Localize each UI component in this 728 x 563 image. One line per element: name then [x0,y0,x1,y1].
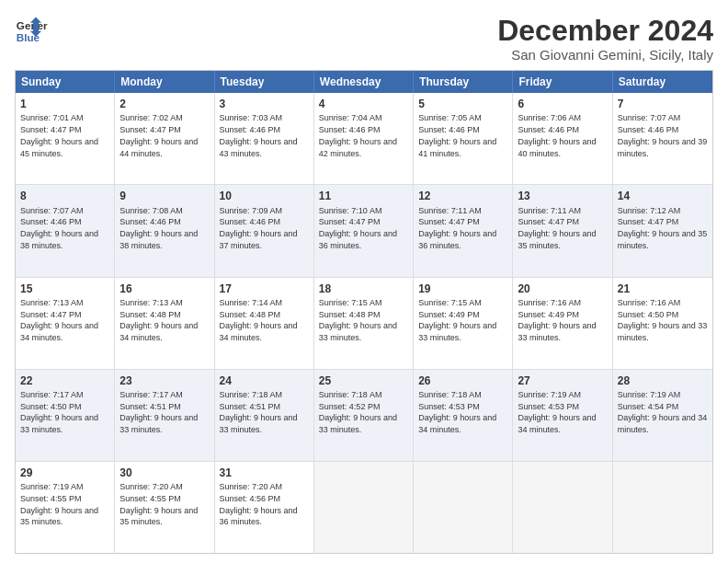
day-number: 30 [119,465,209,480]
cell-text: Sunrise: 7:10 AMSunset: 4:47 PMDaylight:… [319,206,397,250]
header-day: Monday [115,71,214,93]
calendar-row: 29Sunrise: 7:19 AMSunset: 4:55 PMDayligh… [16,462,712,553]
day-number: 2 [119,97,209,111]
header-day: Tuesday [215,71,314,93]
logo: General Blue [15,15,48,48]
logo-icon: General Blue [15,15,48,48]
day-cell: 12Sunrise: 7:11 AMSunset: 4:47 PMDayligh… [414,185,513,276]
day-cell: 13Sunrise: 7:11 AMSunset: 4:47 PMDayligh… [513,185,612,276]
day-cell: 30Sunrise: 7:20 AMSunset: 4:55 PMDayligh… [115,462,214,553]
day-number: 10 [220,189,309,203]
day-number: 27 [518,373,607,388]
cell-text: Sunrise: 7:06 AMSunset: 4:46 PMDaylight:… [518,113,596,157]
cell-text: Sunrise: 7:09 AMSunset: 4:46 PMDaylight:… [220,206,298,250]
day-cell: 2Sunrise: 7:02 AMSunset: 4:47 PMDaylight… [115,93,214,184]
subtitle: San Giovanni Gemini, Sicily, Italy [497,47,713,63]
cell-text: Sunrise: 7:18 AMSunset: 4:53 PMDaylight:… [418,390,496,434]
cell-text: Sunrise: 7:07 AMSunset: 4:46 PMDaylight:… [20,206,98,250]
day-number: 13 [518,189,607,203]
cell-text: Sunrise: 7:05 AMSunset: 4:46 PMDaylight:… [418,113,496,157]
cell-text: Sunrise: 7:12 AMSunset: 4:47 PMDaylight:… [618,206,708,250]
day-number: 20 [518,282,607,296]
empty-cell [513,462,612,553]
day-number: 31 [220,465,309,480]
day-number: 15 [20,282,109,296]
page: General Blue December 2024 San Giovanni … [0,0,728,563]
cell-text: Sunrise: 7:18 AMSunset: 4:52 PMDaylight:… [319,390,397,434]
day-cell: 3Sunrise: 7:03 AMSunset: 4:46 PMDaylight… [215,93,314,184]
header-day: Friday [513,71,612,93]
day-number: 22 [20,373,109,388]
day-number: 12 [418,189,507,203]
cell-text: Sunrise: 7:04 AMSunset: 4:46 PMDaylight:… [319,113,397,157]
day-cell: 7Sunrise: 7:07 AMSunset: 4:46 PMDaylight… [613,93,712,184]
cell-text: Sunrise: 7:08 AMSunset: 4:46 PMDaylight:… [119,206,198,250]
day-cell: 26Sunrise: 7:18 AMSunset: 4:53 PMDayligh… [414,370,513,461]
day-cell: 29Sunrise: 7:19 AMSunset: 4:55 PMDayligh… [16,462,115,553]
cell-text: Sunrise: 7:15 AMSunset: 4:48 PMDaylight:… [319,298,397,342]
day-cell: 15Sunrise: 7:13 AMSunset: 4:47 PMDayligh… [16,278,115,369]
cell-text: Sunrise: 7:02 AMSunset: 4:47 PMDaylight:… [119,113,198,157]
day-cell: 5Sunrise: 7:05 AMSunset: 4:46 PMDaylight… [414,93,513,184]
cell-text: Sunrise: 7:18 AMSunset: 4:51 PMDaylight:… [220,390,298,434]
cell-text: Sunrise: 7:07 AMSunset: 4:46 PMDaylight:… [618,113,708,157]
day-cell: 27Sunrise: 7:19 AMSunset: 4:53 PMDayligh… [513,370,612,461]
cell-text: Sunrise: 7:19 AMSunset: 4:53 PMDaylight:… [518,390,596,434]
day-number: 14 [618,189,708,203]
day-cell: 1Sunrise: 7:01 AMSunset: 4:47 PMDaylight… [16,93,115,184]
day-cell: 19Sunrise: 7:15 AMSunset: 4:49 PMDayligh… [414,278,513,369]
cell-text: Sunrise: 7:19 AMSunset: 4:54 PMDaylight:… [618,390,708,434]
cell-text: Sunrise: 7:16 AMSunset: 4:50 PMDaylight:… [618,298,708,342]
day-number: 6 [518,97,607,111]
cell-text: Sunrise: 7:20 AMSunset: 4:55 PMDaylight:… [119,482,198,526]
day-cell: 11Sunrise: 7:10 AMSunset: 4:47 PMDayligh… [314,185,414,276]
day-cell: 21Sunrise: 7:16 AMSunset: 4:50 PMDayligh… [613,278,712,369]
cell-text: Sunrise: 7:15 AMSunset: 4:49 PMDaylight:… [418,298,496,342]
cell-text: Sunrise: 7:03 AMSunset: 4:46 PMDaylight:… [220,113,298,157]
day-cell: 25Sunrise: 7:18 AMSunset: 4:52 PMDayligh… [314,370,414,461]
empty-cell [314,462,414,553]
calendar-header: SundayMondayTuesdayWednesdayThursdayFrid… [16,71,712,93]
cell-text: Sunrise: 7:19 AMSunset: 4:55 PMDaylight:… [20,482,98,526]
day-cell: 16Sunrise: 7:13 AMSunset: 4:48 PMDayligh… [115,278,214,369]
header: General Blue December 2024 San Giovanni … [15,15,713,63]
day-cell: 18Sunrise: 7:15 AMSunset: 4:48 PMDayligh… [314,278,414,369]
day-cell: 22Sunrise: 7:17 AMSunset: 4:50 PMDayligh… [16,370,115,461]
empty-cell [414,462,513,553]
day-number: 25 [319,373,408,388]
day-number: 17 [220,282,309,296]
cell-text: Sunrise: 7:01 AMSunset: 4:47 PMDaylight:… [20,113,98,157]
calendar-row: 15Sunrise: 7:13 AMSunset: 4:47 PMDayligh… [16,278,712,370]
day-cell: 10Sunrise: 7:09 AMSunset: 4:46 PMDayligh… [215,185,314,276]
day-cell: 20Sunrise: 7:16 AMSunset: 4:49 PMDayligh… [513,278,612,369]
header-day: Sunday [16,71,115,93]
header-day: Wednesday [314,71,414,93]
calendar-row: 22Sunrise: 7:17 AMSunset: 4:50 PMDayligh… [16,370,712,462]
calendar-row: 8Sunrise: 7:07 AMSunset: 4:46 PMDaylight… [16,185,712,277]
day-number: 8 [20,189,109,203]
cell-text: Sunrise: 7:13 AMSunset: 4:47 PMDaylight:… [20,298,98,342]
day-cell: 6Sunrise: 7:06 AMSunset: 4:46 PMDaylight… [513,93,612,184]
day-cell: 14Sunrise: 7:12 AMSunset: 4:47 PMDayligh… [613,185,712,276]
day-number: 19 [418,282,507,296]
day-number: 28 [618,373,708,388]
cell-text: Sunrise: 7:13 AMSunset: 4:48 PMDaylight:… [119,298,198,342]
header-day: Thursday [414,71,513,93]
calendar-body: 1Sunrise: 7:01 AMSunset: 4:47 PMDaylight… [16,93,712,553]
day-number: 11 [319,189,408,203]
day-number: 18 [319,282,408,296]
day-cell: 23Sunrise: 7:17 AMSunset: 4:51 PMDayligh… [115,370,214,461]
cell-text: Sunrise: 7:17 AMSunset: 4:51 PMDaylight:… [119,390,198,434]
main-title: December 2024 [497,15,713,47]
empty-cell [613,462,712,553]
day-cell: 28Sunrise: 7:19 AMSunset: 4:54 PMDayligh… [613,370,712,461]
day-number: 7 [618,97,708,111]
day-cell: 4Sunrise: 7:04 AMSunset: 4:46 PMDaylight… [314,93,414,184]
cell-text: Sunrise: 7:17 AMSunset: 4:50 PMDaylight:… [20,390,98,434]
day-cell: 17Sunrise: 7:14 AMSunset: 4:48 PMDayligh… [215,278,314,369]
day-number: 9 [119,189,209,203]
title-area: December 2024 San Giovanni Gemini, Sicil… [497,15,713,63]
day-cell: 8Sunrise: 7:07 AMSunset: 4:46 PMDaylight… [16,185,115,276]
day-number: 1 [20,97,109,111]
day-cell: 31Sunrise: 7:20 AMSunset: 4:56 PMDayligh… [215,462,314,553]
